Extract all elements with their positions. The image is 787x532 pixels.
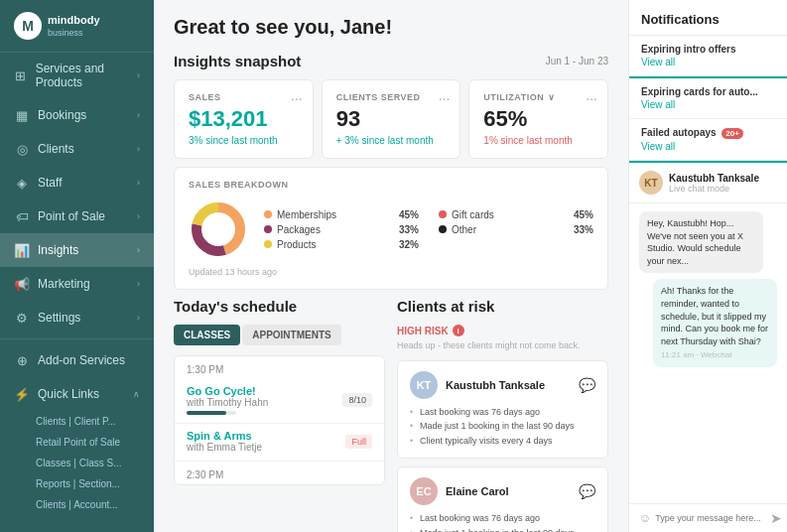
metric-util-change: 1% since last month (483, 135, 593, 146)
giftcards-dot (439, 210, 447, 218)
metric-sales-change: 3% since last month (189, 135, 299, 146)
notif-failed-autopays: Failed autopays 20+ View all (629, 119, 787, 161)
sidebar-item-staff[interactable]: ◈ Staff › (0, 166, 154, 200)
risk-detail-ec-1: Made just 1 booking in the last 90 days (410, 526, 595, 532)
metric-clients: CLIENTS SERVED ··· 93 + 3% since last mo… (322, 79, 461, 159)
pos-icon: 🏷 (14, 208, 30, 224)
services-icon: ⊞ (14, 67, 28, 83)
risk-name-kt: Kaustubh Tanksale (446, 379, 545, 391)
sidebar-label-settings: Settings (38, 311, 80, 325)
sidebar-item-addons[interactable]: ⊕ Add-on Services (0, 343, 154, 377)
addons-icon: ⊕ (14, 352, 30, 368)
schedule-item-gogocycle: Go Go Cycle! with Timothy Hahn 8/10 (175, 379, 384, 424)
bookings-icon: ▦ (14, 107, 30, 123)
notif-expiring-cards-link[interactable]: View all (641, 99, 775, 110)
bottom-row: Today's schedule CLASSES APPOINTMENTS 1:… (174, 298, 608, 532)
badge-gogocycle: 8/10 (342, 393, 372, 407)
sidebar-item-services[interactable]: ⊞ Services and Products › (0, 53, 154, 98)
chat-input[interactable] (655, 513, 766, 523)
clients-icon: ◎ (14, 141, 30, 157)
schedule-tabs: CLASSES APPOINTMENTS (174, 325, 385, 345)
metric-sales-label: SALES (189, 92, 299, 102)
quicklinks-icon: ⚡ (14, 386, 30, 402)
schedule-item-spinarms: Spin & Arms with Emma Tietje Full (175, 424, 384, 462)
sidebar-item-clients[interactable]: ◎ Clients › (0, 132, 154, 166)
sidebar-item-marketing[interactable]: 📢 Marketing › (0, 267, 154, 301)
chevron-icon: › (137, 70, 140, 80)
settings-icon: ⚙ (14, 310, 30, 326)
risk-name-ec: Elaine Carol (446, 485, 509, 497)
metric-sales-menu[interactable]: ··· (291, 90, 303, 106)
sidebar-item-insights[interactable]: 📊 Insights › (0, 233, 154, 267)
chevron-icon: ∧ (133, 389, 140, 399)
progress-fill-gogocycle (187, 411, 226, 415)
risk-avatar-ec: EC (410, 477, 438, 505)
insights-icon: 📊 (14, 242, 30, 258)
chat-section: KT Kaustubh Tanksale Live chat mode Hey,… (629, 161, 787, 532)
sidebar-label-marketing: Marketing (38, 277, 90, 291)
schedule-time-2: 2:30 PM (175, 462, 384, 484)
legend-other: Other 33% (439, 224, 593, 235)
chat-user-status: Live chat mode (669, 184, 759, 194)
chat-user-header: KT Kaustubh Tanksale Live chat mode (629, 163, 787, 203)
progress-bar-gogocycle (187, 411, 236, 415)
notif-expiring-intro-link[interactable]: View all (641, 57, 775, 67)
schedule-title: Today's schedule (174, 298, 385, 315)
tab-appointments[interactable]: APPOINTMENTS (242, 325, 340, 345)
schedule-time-1: 1:30 PM (175, 356, 384, 379)
chat-user-info: Kaustubh Tanksale Live chat mode (669, 173, 759, 194)
utilization-chevron: ∨ (548, 92, 556, 102)
breakdown-content: Memberships 45% Gift cards 45% Packages … (189, 200, 593, 259)
chat-message-0: Hey, Kaustubh! Hop... We've not seen you… (639, 211, 763, 273)
risk-label: HIGH RISK i (397, 325, 608, 336)
metric-util-menu[interactable]: ··· (586, 90, 597, 106)
quicklink-classes[interactable]: Classes | Class S... (0, 453, 154, 473)
sidebar-item-quicklinks[interactable]: ⚡ Quick Links ∧ (0, 377, 154, 411)
quicklink-clients-p[interactable]: Clients | Client P... (0, 411, 154, 432)
notifications-panel: Notifications Expiring intro offers View… (628, 0, 787, 532)
quicklink-reports[interactable]: Reports | Section... (0, 473, 154, 494)
send-icon[interactable]: ➤ (770, 510, 782, 526)
metric-clients-menu[interactable]: ··· (439, 90, 451, 106)
snapshot-header: Insights snapshot Jun 1 - Jun 23 (174, 53, 608, 69)
quicklink-retail[interactable]: Retail Point of Sale (0, 432, 154, 453)
sidebar-item-pos[interactable]: 🏷 Point of Sale › (0, 200, 154, 233)
sidebar-label-staff: Staff (38, 176, 62, 190)
legend-packages: Packages 33% (264, 224, 419, 235)
risk-detail-ec-0: Last booking was 76 days ago (410, 511, 595, 525)
metric-utilization: UTILIZATION ∨ ··· 65% 1% since last mont… (468, 79, 608, 159)
notif-title: Notifications (629, 0, 787, 36)
sidebar-item-settings[interactable]: ⚙ Settings › (0, 301, 154, 334)
notif-expiring-intro: Expiring intro offers View all (629, 36, 787, 76)
legend-giftcards: Gift cards 45% (439, 209, 593, 220)
risk-card-kt: KT Kaustubh Tanksale 💬 Last booking was … (397, 360, 608, 459)
metric-clients-label: CLIENTS SERVED (336, 92, 447, 102)
legend-products: Products 32% (264, 239, 419, 250)
emoji-icon[interactable]: ☺ (639, 511, 651, 525)
chat-avatar: KT (639, 171, 663, 195)
notif-failed-autopays-link[interactable]: View all (641, 141, 775, 152)
notif-expiring-cards-title: Expiring cards for auto... (641, 86, 775, 97)
packages-dot (264, 225, 272, 233)
sidebar-item-bookings[interactable]: ▦ Bookings › (0, 98, 154, 132)
risk-detail-kt-0: Last booking was 76 days ago (410, 405, 595, 419)
donut-chart (189, 200, 248, 259)
schedule-card: 1:30 PM Go Go Cycle! with Timothy Hahn 8… (174, 355, 385, 485)
metric-sales: SALES ··· $13,201 3% since last month (174, 79, 314, 159)
main-area: Great to see you, Jane! Insights snapsho… (154, 0, 628, 532)
chevron-icon: › (137, 279, 140, 289)
metric-sales-value: $13,201 (189, 106, 299, 132)
quicklink-clients-a[interactable]: Clients | Account... (0, 494, 154, 515)
chat-user-name: Kaustubh Tanksale (669, 173, 759, 184)
chevron-icon: › (137, 144, 140, 154)
tab-classes[interactable]: CLASSES (174, 325, 240, 345)
message-icon-ec[interactable]: 💬 (579, 483, 595, 499)
metric-utilization-label: UTILIZATION ∨ (483, 92, 593, 102)
chevron-icon: › (137, 313, 140, 323)
legend-memberships: Memberships 45% (264, 209, 419, 220)
risk-detail-kt-1: Made just 1 booking in the last 90 days (410, 419, 595, 433)
message-icon-kt[interactable]: 💬 (579, 377, 595, 393)
notif-failed-autopays-title: Failed autopays 20+ (641, 127, 775, 139)
metrics-row: SALES ··· $13,201 3% since last month CL… (174, 79, 608, 159)
other-dot (439, 225, 447, 233)
